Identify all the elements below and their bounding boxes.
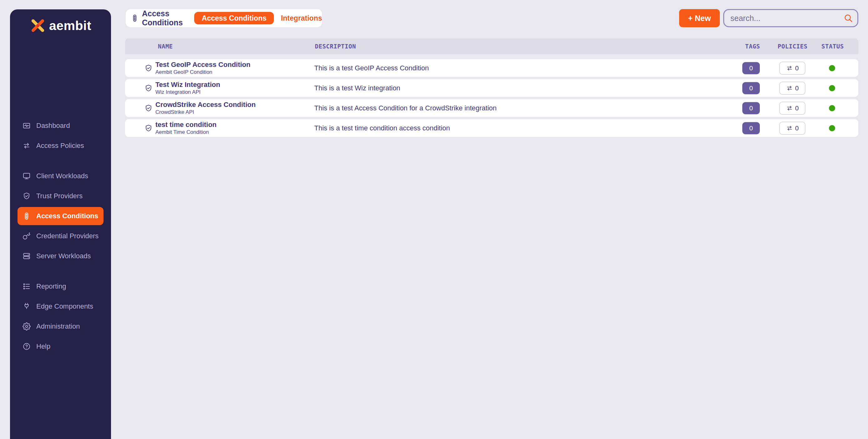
status-indicator [829,125,835,131]
column-header-name: NAME [158,43,173,50]
app-root: aembit Dashboard Access Policies Client … [0,0,868,439]
table-row-crowdstrike-access-condition[interactable]: CrowdStrike Access Condition CrowdStrike… [125,99,858,117]
shield-check-icon [145,124,153,132]
transfer-arrows-icon [786,65,793,72]
tab-access-conditions[interactable]: Access Conditions [194,12,274,24]
logo: aembit [10,16,111,35]
tags-count-badge: 0 [742,102,760,114]
status-indicator [829,65,835,71]
row-name-cell: Test Wiz Integration Wiz Integration API [155,79,220,97]
search-input[interactable] [730,13,844,23]
sidebar-item-dashboard[interactable]: Dashboard [18,119,103,132]
sidebar-item-access-policies[interactable]: Access Policies [18,139,103,153]
table-body: Test GeoIP Access Condition Aembit GeoIP… [125,59,858,137]
policies-count: 0 [795,64,799,72]
sidebar-item-label: Help [36,342,50,350]
transfer-arrows-icon [786,105,793,112]
sidebar-item-help[interactable]: Help [18,340,103,353]
status-indicator [829,85,835,91]
policies-button[interactable]: 0 [779,102,805,115]
policies-button[interactable]: 0 [779,62,805,75]
tags-count-badge: 0 [742,122,760,134]
sidebar-item-label: Dashboard [36,122,70,130]
row-type-label: CrowdStrike API [155,109,256,115]
access-conditions-icon [131,14,139,22]
sidebar-item-label: Trust Providers [36,192,83,200]
new-button[interactable]: + New [679,9,720,27]
table-row-test-time-condition[interactable]: test time condition Aembit Time Conditio… [125,119,858,137]
reporting-icon [23,282,31,290]
row-type-label: Aembit Time Condition [155,129,217,135]
client-workloads-icon [23,172,31,180]
column-header-tags: TAGS [745,43,760,50]
policies-count: 0 [795,124,799,132]
tab-integrations[interactable]: Integrations [281,14,322,23]
search-icon[interactable] [844,13,853,23]
sidebar-item-access-conditions[interactable]: Access Conditions [18,207,103,225]
sidebar-item-edge-components[interactable]: Edge Components [18,300,103,313]
help-icon [23,342,31,350]
sidebar: aembit Dashboard Access Policies Client … [10,9,111,439]
aembit-x-mark-icon [30,18,46,34]
sidebar-item-credential-providers[interactable]: Credential Providers [18,229,103,243]
logo-text: aembit [49,19,91,33]
sidebar-item-label: Edge Components [36,302,93,311]
policies-button[interactable]: 0 [779,82,805,95]
shield-check-icon [145,104,153,112]
row-name-cell: test time condition Aembit Time Conditio… [155,119,217,137]
page-title: Access Conditions [142,9,187,27]
column-header-status: STATUS [822,43,844,50]
access-conditions-icon [23,212,31,220]
administration-icon [23,322,31,331]
dashboard-icon [23,122,31,130]
sidebar-item-label: Credential Providers [36,232,98,240]
row-name-link[interactable]: Test GeoIP Access Condition [155,61,250,68]
sidebar-nav: Dashboard Access Policies Client Workloa… [10,119,111,353]
row-name-link[interactable]: Test Wiz Integration [155,81,220,89]
credential-providers-icon [23,232,31,240]
sidebar-item-label: Administration [36,322,80,331]
row-type-label: Wiz Integration API [155,89,220,95]
sidebar-item-label: Access Policies [36,142,84,150]
access-conditions-table: NAME DESCRIPTION TAGS POLICIES STATUS Te… [125,38,858,137]
sidebar-item-label: Reporting [36,282,66,290]
row-name-link[interactable]: CrowdStrike Access Condition [155,101,256,108]
shield-check-icon [145,84,153,92]
trust-providers-icon [23,192,31,200]
policies-count: 0 [795,85,799,92]
table-row-test-wiz-integration[interactable]: Test Wiz Integration Wiz Integration API… [125,79,858,97]
row-description: This is a test Wiz integration [314,84,400,92]
tags-count-badge: 0 [742,82,760,94]
table-header: NAME DESCRIPTION TAGS POLICIES STATUS [125,38,858,54]
sidebar-item-administration[interactable]: Administration [18,319,103,333]
policies-button[interactable]: 0 [779,122,805,135]
policies-count: 0 [795,104,799,112]
row-description: This is a test Access Condition for a Cr… [314,104,497,112]
sidebar-item-server-workloads[interactable]: Server Workloads [18,249,103,263]
transfer-arrows-icon [786,85,793,92]
status-indicator [829,105,835,111]
column-header-policies: POLICIES [778,43,808,50]
column-header-description: DESCRIPTION [315,43,356,50]
sidebar-item-label: Server Workloads [36,252,91,260]
row-name-cell: Test GeoIP Access Condition Aembit GeoIP… [155,59,250,77]
sidebar-item-client-workloads[interactable]: Client Workloads [18,169,103,183]
edge-components-icon [23,302,31,311]
table-row-test-geoip-access-condition[interactable]: Test GeoIP Access Condition Aembit GeoIP… [125,59,858,77]
sidebar-item-reporting[interactable]: Reporting [18,280,103,293]
transfer-arrows-icon [786,125,793,132]
row-description: This is a test time condition access con… [314,124,450,132]
row-description: This is a test GeoIP Access Condition [314,64,429,72]
sidebar-item-label: Client Workloads [36,172,88,180]
shield-check-icon [145,64,153,72]
sidebar-item-trust-providers[interactable]: Trust Providers [18,189,103,203]
server-workloads-icon [23,252,31,260]
row-name-link[interactable]: test time condition [155,121,217,128]
row-name-cell: CrowdStrike Access Condition CrowdStrike… [155,99,256,117]
row-type-label: Aembit GeoIP Condition [155,69,250,75]
sidebar-item-label: Access Conditions [36,212,98,220]
access-policies-icon [23,142,31,150]
search-box [723,9,858,27]
tags-count-badge: 0 [742,62,760,74]
page-header-bar: Access Conditions Access Conditions Inte… [126,9,322,27]
